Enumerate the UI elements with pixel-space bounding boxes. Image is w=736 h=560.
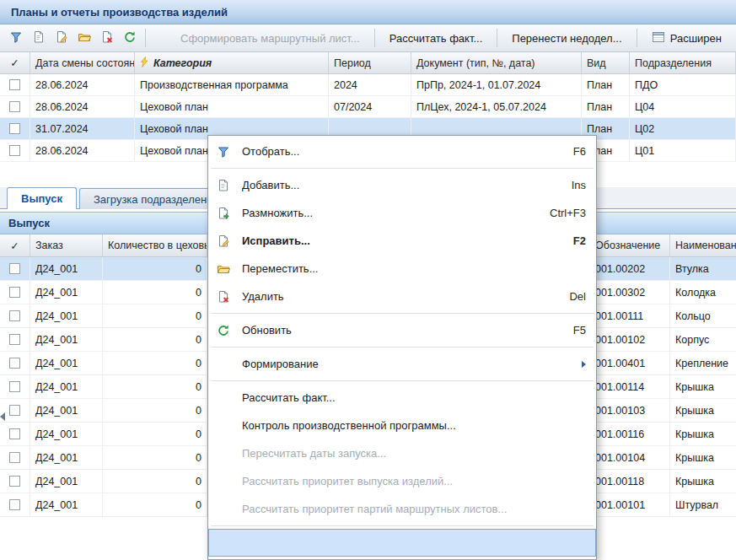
row-checkbox[interactable] [9, 101, 20, 112]
delete-document-icon [213, 290, 234, 304]
menu-item-edit[interactable]: Исправить... F2 [208, 227, 596, 255]
row-checkbox-cell [0, 118, 30, 139]
splitter-collapse-arrow[interactable] [0, 410, 8, 423]
cell-code: 001.00401 [590, 352, 670, 374]
cell-order: Д24_001 [30, 493, 103, 516]
column-header-date[interactable]: Дата смены состояния [30, 52, 135, 73]
filter-button[interactable] [4, 27, 27, 49]
cell-qty: 0 [103, 281, 207, 304]
column-header-code[interactable]: Обозначение [590, 234, 670, 256]
transfer-backlog-button[interactable]: Перенести недодел... [502, 32, 631, 45]
cell-order: Д24_001 [30, 375, 103, 398]
row-checkbox[interactable] [9, 310, 20, 321]
menu-item-duplicate[interactable]: Размножить... Ctrl+F3 [208, 199, 596, 227]
cell-division: Ц04 [630, 96, 736, 117]
toolbar-separator [497, 29, 497, 47]
row-checkbox[interactable] [9, 79, 20, 90]
column-header-qty[interactable]: Количество в цеховых планах [103, 234, 207, 256]
cell-qty: 0 [103, 423, 207, 445]
cell-period: 2024 [329, 74, 411, 95]
column-header-order[interactable]: Заказ [30, 234, 103, 256]
menu-item-program-control[interactable]: Контроль производственной программы... [208, 412, 596, 439]
row-checkbox[interactable] [9, 123, 20, 134]
row-checkbox-cell [0, 446, 30, 469]
refresh-button[interactable] [118, 27, 141, 49]
cell-division: Ц02 [630, 118, 736, 139]
calc-fact-button[interactable]: Рассчитать факт... [379, 32, 493, 45]
move-folder-button[interactable] [73, 27, 95, 49]
row-checkbox[interactable] [9, 334, 20, 345]
delete-document-button[interactable] [95, 27, 118, 49]
cell-order: Д24_001 [30, 470, 103, 493]
add-document-icon [213, 179, 234, 192]
cell-kind: План [582, 74, 630, 95]
row-checkbox[interactable] [9, 476, 20, 487]
row-checkbox[interactable] [9, 452, 20, 463]
edit-document-button[interactable] [50, 27, 73, 49]
cell-code: 001.00202 [590, 257, 670, 280]
duplicate-document-icon [213, 207, 234, 220]
column-header-check[interactable]: ✓ [0, 234, 30, 256]
cell-division: ПДО [630, 74, 736, 95]
cell-date: 28.06.2024 [30, 74, 135, 95]
cell-qty: 0 [103, 493, 207, 516]
menu-separator [208, 165, 596, 171]
cell-code: 001.00101 [590, 493, 670, 516]
menu-item-transfer-backlog[interactable] [208, 529, 596, 557]
title-bar: Планы и отчеты производства изделий [0, 0, 736, 24]
column-header-category-label: Категория [153, 57, 212, 69]
cell-code: 001.00118 [590, 470, 670, 493]
column-header-document[interactable]: Документ (тип, №, дата) [411, 52, 582, 73]
cell-order: Д24_001 [30, 257, 103, 280]
menu-separator [208, 310, 596, 316]
menu-item-calc-fact[interactable]: Рассчитать факт... [208, 384, 596, 412]
column-header-period[interactable]: Период [329, 52, 411, 73]
cell-code: 001.00116 [590, 423, 670, 445]
menu-item-recalc-launch-dates: Пересчитать даты запуска... [208, 439, 596, 467]
table-row[interactable]: 28.06.2024 Производственная программа 20… [0, 74, 736, 96]
table-row[interactable]: 28.06.2024 Цеховой план 07/2024 ПлЦех, 2… [0, 96, 736, 118]
extended-view-button[interactable]: Расширен [642, 30, 732, 46]
cell-name: Штурвал [670, 493, 736, 516]
menu-item-filter[interactable]: Отобрать... F6 [208, 137, 596, 165]
row-checkbox[interactable] [9, 358, 20, 369]
column-header-category[interactable]: Категория [135, 52, 329, 73]
column-header-name[interactable]: Наименование [670, 234, 736, 256]
column-header-kind[interactable]: Вид [582, 52, 630, 73]
column-header-division[interactable]: Подразделения [630, 52, 736, 73]
cell-order: Д24_001 [30, 399, 103, 422]
cell-name: Колодка [670, 281, 736, 304]
tab-bar: Выпуск Загрузка подразделений [7, 187, 234, 209]
form-route-list-button: Сформировать маршрутный лист... [170, 32, 370, 45]
cell-category: Производственная программа [135, 74, 329, 95]
column-header-check[interactable]: ✓ [0, 52, 30, 73]
menu-item-move[interactable]: Переместить... [208, 255, 596, 283]
filter-icon [9, 30, 23, 46]
menu-item-refresh[interactable]: Обновить F5 [208, 316, 596, 344]
cell-name: Крышка [670, 470, 736, 493]
row-checkbox-cell [0, 352, 30, 374]
row-checkbox[interactable] [9, 287, 20, 298]
menu-item-add[interactable]: Добавить... Ins [208, 171, 596, 199]
cell-qty: 0 [103, 446, 207, 469]
add-document-button[interactable] [27, 27, 50, 49]
row-checkbox[interactable] [9, 499, 20, 510]
toolbar-separator [374, 29, 375, 47]
cell-name: Кольцо [670, 304, 736, 327]
tab-output[interactable]: Выпуск [7, 187, 77, 209]
cell-code: 001.00103 [590, 399, 670, 422]
menu-item-formation[interactable]: Формирование [208, 350, 596, 378]
row-checkbox[interactable] [9, 263, 20, 274]
row-checkbox[interactable] [9, 145, 20, 156]
row-checkbox[interactable] [9, 428, 20, 439]
cell-order: Д24_001 [30, 304, 103, 327]
cell-code: 001.00111 [590, 304, 670, 327]
row-checkbox[interactable] [9, 405, 20, 416]
cell-qty: 0 [103, 470, 207, 493]
menu-item-delete[interactable]: Удалить Del [208, 283, 596, 310]
row-checkbox[interactable] [9, 381, 20, 392]
cell-date: 31.07.2024 [30, 118, 135, 139]
row-checkbox-cell [0, 281, 30, 304]
toolbar-separator [145, 29, 146, 47]
cell-division: Ц01 [630, 140, 736, 161]
